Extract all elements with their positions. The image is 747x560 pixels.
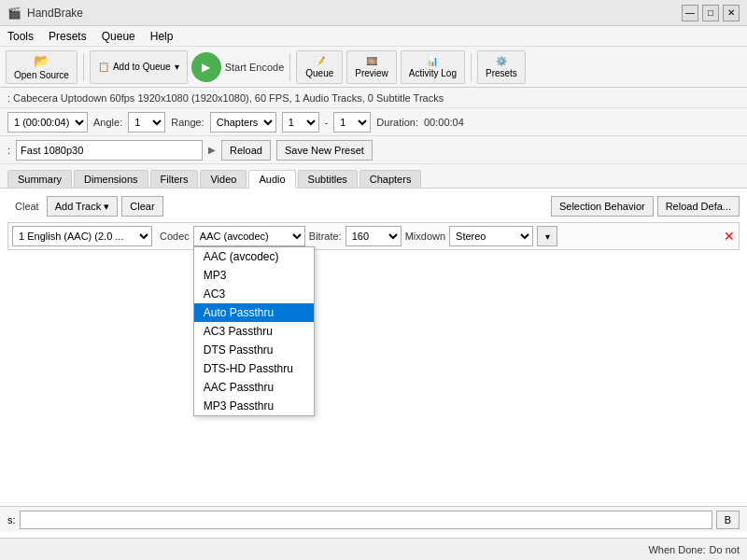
- queue-icon: 📝: [314, 56, 325, 66]
- activity-log-label: Activity Log: [409, 68, 457, 78]
- dropdown-item-mp3-passthru[interactable]: MP3 Passthru: [194, 397, 314, 415]
- source-info: : Cabecera Uptodown 60fps 1920x1080 (192…: [7, 92, 444, 104]
- menu-tools[interactable]: Tools: [0, 28, 41, 44]
- dropdown-item-ac3-passthru[interactable]: AC3 Passthru: [194, 322, 314, 341]
- close-button[interactable]: ✕: [723, 5, 740, 21]
- save-new-preset-button[interactable]: Save New Preset: [276, 140, 373, 161]
- activity-log-icon: 📊: [427, 56, 438, 66]
- track-delete-icon[interactable]: ✕: [724, 229, 735, 244]
- to-select[interactable]: 1: [333, 112, 371, 133]
- open-source-label: Open Source: [14, 70, 69, 80]
- dropdown-item-ac3[interactable]: AC3: [194, 285, 314, 303]
- mixdown-label: Mixdown: [405, 231, 445, 242]
- tab-dimensions[interactable]: Dimensions: [74, 170, 148, 188]
- add-to-queue-button[interactable]: 📋 Add to Queue ▾: [90, 50, 188, 84]
- toolbar-separator-1: [83, 53, 84, 81]
- cleat-label: Cleat: [15, 201, 39, 212]
- track-select[interactable]: 1 English (AAC) (2.0 ...: [12, 226, 152, 246]
- menu-bar: Tools Presets Queue Help: [0, 26, 747, 47]
- menu-presets[interactable]: Presets: [41, 28, 94, 44]
- preset-arrow-icon: ▶: [208, 145, 216, 155]
- bitrate-label: Bitrate:: [309, 231, 342, 242]
- reload-default-button[interactable]: Reload Defa...: [657, 196, 740, 217]
- tabs-bar: Summary Dimensions Filters Video Audio S…: [0, 164, 747, 189]
- reload-button[interactable]: Reload: [221, 140, 271, 161]
- add-track-arrow: ▾: [104, 201, 109, 212]
- preview-label: Preview: [355, 68, 388, 78]
- queue-button[interactable]: 📝 Queue: [296, 50, 343, 84]
- controls-bar: 1 (00:00:04) Angle: 1 Range: Chapters 1 …: [0, 108, 747, 136]
- log-bar: s: B: [0, 506, 747, 532]
- toolbar-separator-2: [289, 53, 290, 81]
- title-bar: 🎬 HandBrake — □ ✕: [0, 0, 747, 26]
- preview-icon: 🎞️: [366, 56, 377, 66]
- dropdown-item-auto-passthru[interactable]: Auto Passthru: [194, 303, 314, 322]
- dropdown-item-aac-passthru[interactable]: AAC Passthru: [194, 378, 314, 397]
- menu-help[interactable]: Help: [143, 28, 181, 44]
- range-separator: -: [325, 117, 329, 128]
- tab-subtitles[interactable]: Subtitles: [298, 170, 358, 188]
- status-bar: When Done: Do not: [0, 538, 747, 560]
- add-track-label: Add Track: [55, 201, 102, 212]
- from-select[interactable]: 1: [282, 112, 319, 133]
- codec-label: Codec: [160, 231, 190, 242]
- tab-video[interactable]: Video: [200, 170, 247, 188]
- presets-icon: ⚙️: [496, 56, 507, 66]
- open-source-button[interactable]: 📂 Open Source: [6, 50, 78, 84]
- queue-label: Queue: [305, 68, 333, 78]
- start-encode-label: Start Encode: [225, 62, 285, 73]
- angle-select[interactable]: 1: [128, 112, 165, 133]
- tab-filters[interactable]: Filters: [150, 170, 199, 188]
- log-input[interactable]: [20, 511, 712, 529]
- toolbar: 📂 Open Source 📋 Add to Queue ▾ ▶ Start E…: [0, 47, 747, 88]
- tab-summary[interactable]: Summary: [7, 170, 72, 188]
- clear-button[interactable]: Clear: [121, 196, 162, 217]
- codec-dropdown: AAC (avcodec) MP3 AC3 Auto Passthru AC3 …: [193, 246, 315, 416]
- log-prefix: s:: [7, 514, 16, 525]
- source-bar: : Cabecera Uptodown 60fps 1920x1080 (192…: [0, 88, 747, 108]
- preset-input[interactable]: [16, 140, 203, 161]
- dropdown-item-dtshd-passthru[interactable]: DTS-HD Passthru: [194, 359, 314, 378]
- maximize-button[interactable]: □: [702, 5, 719, 21]
- angle-label: Angle:: [93, 117, 122, 128]
- preset-bar: : ▶ Reload Save New Preset: [0, 136, 747, 164]
- preset-colon: :: [7, 145, 10, 156]
- bitrate-select[interactable]: 160: [345, 226, 402, 246]
- track-row: 1 English (AAC) (2.0 ... Codec AAC (avco…: [7, 222, 740, 250]
- when-done-action: Do not: [710, 544, 740, 555]
- main-content: Cleat Add Track ▾ Clear Selection Behavi…: [0, 189, 747, 560]
- tab-chapters[interactable]: Chapters: [359, 170, 422, 188]
- add-to-queue-label: Add to Queue: [113, 62, 171, 72]
- audio-content: Cleat Add Track ▾ Clear Selection Behavi…: [0, 189, 747, 560]
- chapter-select[interactable]: 1 (00:00:04): [7, 112, 88, 133]
- log-button[interactable]: B: [716, 511, 740, 529]
- track-expand-button[interactable]: ▾: [537, 226, 557, 246]
- open-source-icon: 📂: [34, 53, 49, 68]
- add-to-queue-icon: 📋: [98, 62, 109, 72]
- duration-label: Duration:: [376, 117, 418, 128]
- presets-label: Presets: [486, 68, 517, 78]
- presets-button[interactable]: ⚙️ Presets: [477, 50, 526, 84]
- toolbar-separator-3: [471, 53, 472, 81]
- preview-button[interactable]: 🎞️ Preview: [346, 50, 397, 84]
- app-title: HandBrake: [27, 7, 83, 20]
- app-icon: 🎬: [7, 7, 21, 20]
- codec-select[interactable]: AAC (avcodec): [193, 226, 305, 246]
- dropdown-item-aac[interactable]: AAC (avcodec): [194, 247, 314, 266]
- range-label: Range:: [171, 117, 204, 128]
- activity-log-button[interactable]: 📊 Activity Log: [401, 50, 465, 84]
- add-to-queue-arrow: ▾: [175, 62, 179, 72]
- duration-value: 00:00:04: [424, 117, 464, 128]
- selection-behavior-button[interactable]: Selection Behavior: [551, 196, 654, 217]
- dropdown-item-dts-passthru[interactable]: DTS Passthru: [194, 341, 314, 359]
- menu-queue[interactable]: Queue: [94, 28, 143, 44]
- minimize-button[interactable]: —: [682, 5, 698, 21]
- mixdown-select[interactable]: Stereo: [449, 226, 533, 246]
- range-select[interactable]: Chapters: [210, 112, 276, 133]
- start-encode-button[interactable]: ▶: [191, 52, 221, 82]
- dropdown-item-mp3[interactable]: MP3: [194, 266, 314, 285]
- tab-audio[interactable]: Audio: [248, 170, 295, 189]
- window-controls: — □ ✕: [682, 5, 740, 21]
- when-done-label: When Done:: [648, 544, 705, 555]
- add-track-button[interactable]: Add Track ▾: [47, 196, 119, 217]
